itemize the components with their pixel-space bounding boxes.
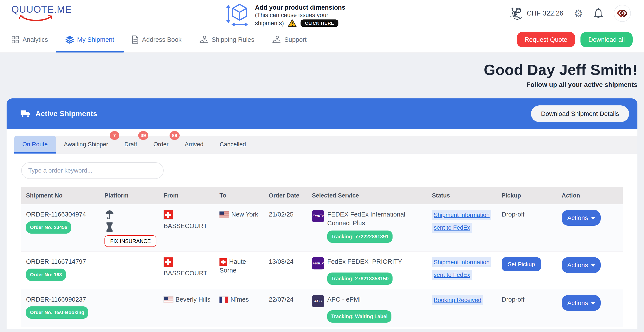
download-shipment-details-button[interactable]: Download Shipment Details [531,105,629,122]
tab-order[interactable]: Order 89 [145,136,176,153]
notice-line-1: (This can cause issues your [255,11,345,19]
tab-label: Awaiting Shipper [64,141,108,148]
tab-label: Draft [124,141,137,148]
table-row: ORDER-1166714797 Order No: 168 BASSECOUR… [21,252,623,289]
hourglass-icon [105,222,114,232]
click-here-button[interactable]: CLICK HERE [300,19,338,27]
actions-button[interactable]: Actions [562,210,601,226]
order-no-badge: Order No: 168 [26,269,66,281]
main-navigation: Analytics My Shipment Address Book [0,27,644,52]
request-quote-button[interactable]: Request Quote [517,32,575,47]
tab-awaiting-shipper[interactable]: Awaiting Shipper 7 [56,136,116,153]
switzerland-flag-icon [220,258,227,266]
column-header: Shipment No [21,192,100,199]
truck-icon [20,110,31,118]
nav-label: Shipping Rules [212,36,254,43]
tab-on-route[interactable]: On Route [14,136,56,153]
logo-text: QUUOTE.ME [12,4,72,15]
notice-line-2: shipments) [255,19,284,27]
set-pickup-button[interactable]: Set Pickup [502,257,541,271]
carrier-logo-apc: APC [312,295,324,307]
switzerland-flag-icon [164,210,173,219]
logo-smile-arrow-icon [17,14,55,22]
active-shipments-header: Active Shipments Download Shipment Detai… [6,98,638,129]
tab-draft[interactable]: Draft 39 [116,136,146,153]
nav-label: My Shipment [77,36,114,43]
tab-cancelled[interactable]: Cancelled [212,136,254,153]
notifications-bell-icon[interactable] [594,8,603,18]
nav-item-my-shipment[interactable]: My Shipment [66,27,114,52]
order-date: 13/08/24 [264,252,307,289]
column-header: From [159,192,215,199]
column-header: Pickup [497,192,557,199]
actions-button[interactable]: Actions [562,257,601,273]
actions-button[interactable]: Actions [562,295,601,311]
account-balance: CHF 322.26 [527,9,564,17]
document-icon [132,35,139,44]
chevron-down-icon [591,302,595,305]
nav-item-support[interactable]: Support [272,27,307,52]
nav-item-analytics[interactable]: Analytics [12,27,48,52]
order-date: 21/02/25 [264,204,307,251]
table-header-row: Shipment No Platform From To Order Date … [21,187,623,204]
status-link[interactable]: sent to FedEx [432,223,472,233]
to-city: New York [231,211,258,218]
pickup-type: Drop-off [497,289,557,327]
from-city: Beverly Hills [176,296,210,303]
status-link[interactable]: Shipment information [432,257,491,267]
shipment-number: ORDER-1166714797 [26,257,98,266]
tracking-badge: Tracking: 772222891391 [327,230,392,243]
active-shipments-card: Active Shipments Download Shipment Detai… [6,98,638,329]
download-all-button[interactable]: Download all [580,32,632,47]
united-states-flag-icon [164,297,173,303]
hero-section: Good Day Jeff Smith! Follow up all your … [0,52,644,98]
notice-text: Add your product dimensions (This can ca… [255,2,345,27]
tab-label: Cancelled [220,141,246,148]
shipment-number: ORDER-1166990237 [26,295,98,304]
pickup-type: Drop-off [497,327,557,329]
warning-icon [288,19,296,27]
shipment-number: ORDER-1166304974 [26,210,98,219]
table-row: ORDER-1166304974 Order No: 23456 FIX INS… [21,204,623,252]
column-header: Action [557,192,623,199]
tab-label: On Route [22,141,48,148]
logo[interactable]: QUUOTE.ME [12,4,72,22]
to-city: Nîmes [230,296,249,303]
nav-label: Address Book [142,36,182,43]
order-keyword-search-input[interactable] [21,162,164,179]
status-link[interactable]: sent to FedEx [432,270,472,280]
search-bar [21,162,638,179]
nav-item-address-book[interactable]: Address Book [132,27,182,52]
column-header: To [215,192,264,199]
user-avatar[interactable] [614,5,631,22]
umbrella-icon [105,210,114,220]
from-city: BASSECOURT [164,222,207,229]
order-date: 22/07/24 [264,289,307,327]
grid-icon [12,36,19,43]
column-header: Platform [100,192,159,199]
settings-gear-icon[interactable]: ⚙ [574,8,583,18]
nav-label: Analytics [22,36,48,43]
tab-label: Order [153,141,168,148]
shipments-table: Shipment No Platform From To Order Date … [21,187,623,329]
table-row: ORDER-1166990237 Order No: Test-Booking … [21,289,623,327]
status-link[interactable]: Booking Received [432,295,483,305]
column-header: Status [427,192,497,199]
pickup-type: Drop-off [497,204,557,251]
chevron-down-icon [591,264,595,267]
united-states-flag-icon [220,211,229,218]
status-link[interactable]: Shipment information [432,210,491,220]
tab-arrived[interactable]: Arrived [176,136,212,153]
product-dimensions-notice: Add your product dimensions (This can ca… [226,2,345,27]
fix-insurance-button[interactable]: FIX INSURANCE [104,235,156,247]
shipment-status-tabs: On Route Awaiting Shipper 7 Draft 39 Ord… [14,136,638,154]
carrier-logo-fedex: FedEx [312,210,324,222]
switzerland-flag-icon [164,257,173,267]
cube-dimensions-icon [226,2,249,26]
nav-item-shipping-rules[interactable]: Shipping Rules [199,27,254,52]
nav-label: Support [284,36,307,43]
notice-title: Add your product dimensions [255,3,345,11]
wallet-balance-icon [510,7,522,20]
actions-label: Actions [567,299,588,307]
column-header: Selected Service [307,192,427,199]
